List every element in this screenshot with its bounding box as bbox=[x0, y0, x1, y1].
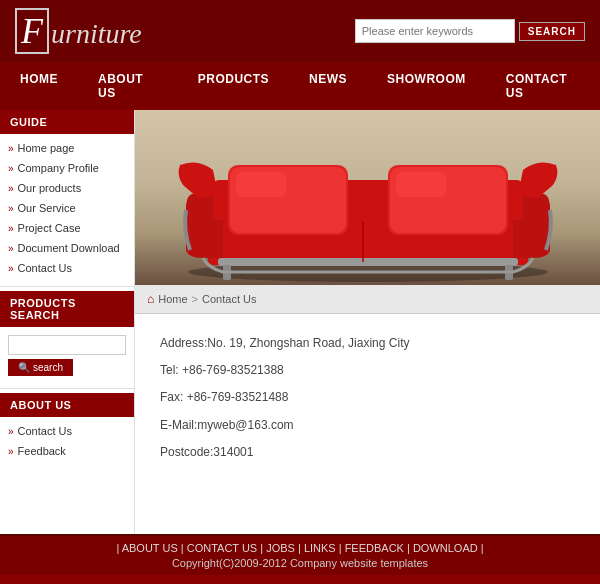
main-navigation: HOME ABOUT US PRODUCTS NEWS SHOWROOM CON… bbox=[0, 62, 600, 110]
logo-f-letter: F bbox=[15, 8, 49, 54]
footer-links: | ABOUT US | CONTACT US | JOBS | LINKS |… bbox=[0, 542, 600, 554]
footer-copyright: Copyright(C)2009-2012 Company website te… bbox=[0, 557, 600, 569]
arrow-icon: » bbox=[8, 263, 14, 274]
footer-link-feedback[interactable]: | FEEDBACK bbox=[339, 542, 407, 554]
svg-rect-12 bbox=[396, 172, 446, 197]
arrow-icon: » bbox=[8, 183, 14, 194]
home-icon: ⌂ bbox=[147, 292, 154, 306]
divider-1 bbox=[0, 286, 134, 287]
content-area: ⌂ Home > Contact Us Address:No. 19, Zhon… bbox=[135, 110, 600, 534]
sidebar-item-project[interactable]: »Project Case bbox=[0, 218, 134, 238]
sidebar-item-feedback[interactable]: »Feedback bbox=[0, 441, 134, 461]
search-area: SEARCH bbox=[355, 19, 585, 43]
arrow-icon: » bbox=[8, 426, 14, 437]
products-search-box: 🔍 search bbox=[0, 327, 134, 384]
guide-menu: »Home page »Company Profile »Our product… bbox=[0, 134, 134, 282]
svg-rect-9 bbox=[236, 172, 286, 197]
contact-fax: Fax: +86-769-83521488 bbox=[160, 388, 580, 407]
header: F urniture SEARCH bbox=[0, 0, 600, 62]
nav-contact[interactable]: CONTACT US bbox=[486, 62, 600, 110]
arrow-icon: » bbox=[8, 223, 14, 234]
arrow-icon: » bbox=[8, 203, 14, 214]
nav-news[interactable]: NEWS bbox=[289, 62, 367, 110]
nav-home[interactable]: HOME bbox=[0, 62, 78, 110]
footer-link-contact[interactable]: | CONTACT US bbox=[181, 542, 260, 554]
sidebar-item-company[interactable]: »Company Profile bbox=[0, 158, 134, 178]
arrow-icon: » bbox=[8, 163, 14, 174]
contact-address: Address:No. 19, Zhongshan Road, Jiaxing … bbox=[160, 334, 580, 353]
search-icon: 🔍 bbox=[18, 362, 30, 373]
logo-rest-text: urniture bbox=[51, 18, 142, 50]
main-content: GUIDE »Home page »Company Profile »Our p… bbox=[0, 110, 600, 534]
sidebar: GUIDE »Home page »Company Profile »Our p… bbox=[0, 110, 135, 534]
sofa-svg bbox=[148, 110, 588, 285]
arrow-icon: » bbox=[8, 243, 14, 254]
footer-link-jobs[interactable]: | JOBS bbox=[260, 542, 298, 554]
about-us-title: About Us bbox=[0, 393, 134, 417]
contact-content: Address:No. 19, Zhongshan Road, Jiaxing … bbox=[135, 314, 600, 534]
products-search-button[interactable]: 🔍 search bbox=[8, 359, 73, 376]
sidebar-item-homepage[interactable]: »Home page bbox=[0, 138, 134, 158]
nav-products[interactable]: PRODUCTS bbox=[178, 62, 289, 110]
about-us-menu: »Contact Us »Feedback bbox=[0, 417, 134, 465]
footer-link-download[interactable]: | DOWNLOAD | bbox=[407, 542, 484, 554]
nav-showroom[interactable]: SHOWROOM bbox=[367, 62, 486, 110]
nav-about[interactable]: ABOUT US bbox=[78, 62, 178, 110]
breadcrumb-separator: > bbox=[192, 293, 198, 305]
guide-section-title: GUIDE bbox=[0, 110, 134, 134]
divider-2 bbox=[0, 388, 134, 389]
breadcrumb-current-page: Contact Us bbox=[202, 293, 256, 305]
breadcrumb: ⌂ Home > Contact Us bbox=[135, 285, 600, 314]
logo: F urniture bbox=[15, 8, 142, 54]
contact-postcode: Postcode:314001 bbox=[160, 443, 580, 462]
sidebar-item-document[interactable]: »Document Download bbox=[0, 238, 134, 258]
search-button[interactable]: SEARCH bbox=[519, 22, 585, 41]
arrow-icon: » bbox=[8, 446, 14, 457]
footer-link-about[interactable]: | ABOUT US bbox=[116, 542, 180, 554]
contact-email: E-Mail:myweb@163.com bbox=[160, 416, 580, 435]
banner bbox=[135, 110, 600, 285]
contact-tel: Tel: +86-769-83521388 bbox=[160, 361, 580, 380]
sidebar-item-contact-us[interactable]: »Contact Us bbox=[0, 421, 134, 441]
sidebar-item-products[interactable]: »Our products bbox=[0, 178, 134, 198]
footer: | ABOUT US | CONTACT US | JOBS | LINKS |… bbox=[0, 534, 600, 575]
breadcrumb-home[interactable]: Home bbox=[158, 293, 187, 305]
svg-rect-3 bbox=[218, 258, 518, 266]
sofa-image bbox=[135, 110, 600, 285]
arrow-icon: » bbox=[8, 143, 14, 154]
sidebar-item-service[interactable]: »Our Service bbox=[0, 198, 134, 218]
products-search-input[interactable] bbox=[8, 335, 126, 355]
search-input[interactable] bbox=[355, 19, 515, 43]
products-search-title: PRODUCTS SEARCH bbox=[0, 291, 134, 327]
footer-link-links[interactable]: | LINKS bbox=[298, 542, 339, 554]
sidebar-item-contact[interactable]: »Contact Us bbox=[0, 258, 134, 278]
